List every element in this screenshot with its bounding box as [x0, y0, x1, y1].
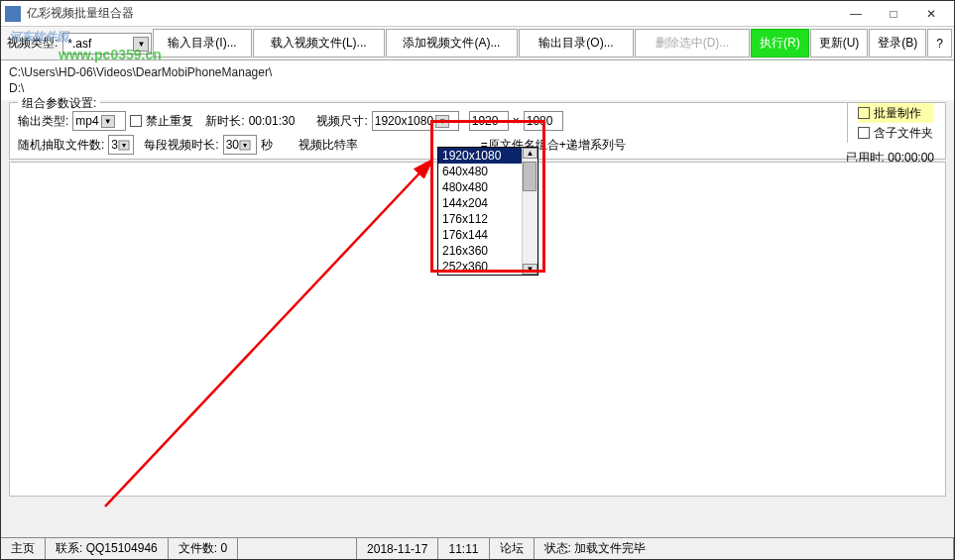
include-sub-label: 含子文件夹: [874, 125, 933, 142]
group-title: 组合参数设置:: [18, 95, 100, 112]
status-state: 状态: 加载文件完毕: [535, 538, 955, 559]
rand-count-input[interactable]: 3: [108, 135, 134, 155]
close-button[interactable]: ✕: [912, 1, 950, 27]
run-button[interactable]: 执行(R): [751, 29, 809, 57]
video-size-label: 视频尺寸:: [316, 113, 367, 130]
video-type-combo[interactable]: *.asf: [62, 33, 152, 55]
dropdown-scrollbar[interactable]: [522, 148, 537, 275]
load-files-button[interactable]: 载入视频文件(L)...: [253, 29, 385, 57]
delete-sel-button[interactable]: 删除选中(D)...: [635, 29, 750, 57]
update-button[interactable]: 更新(U): [810, 29, 869, 57]
status-time: 11:11: [438, 538, 489, 559]
path-2: D:\: [9, 80, 946, 96]
title-bar: 亿彩视频批量组合器 — □ ✕: [1, 1, 954, 27]
window-title: 亿彩视频批量组合器: [27, 5, 837, 22]
status-forum[interactable]: 论坛: [490, 538, 535, 559]
minimize-button[interactable]: —: [837, 1, 875, 27]
path-1: C:\Users\HD-06\Videos\DearMobiPhoneManag…: [9, 64, 946, 80]
status-contact: 联系: QQ15104946: [46, 538, 169, 559]
status-files: 文件数: 0: [169, 538, 238, 559]
bitrate-label: 视频比特率: [298, 137, 358, 154]
size-height-input[interactable]: 1080: [524, 111, 563, 131]
help-button[interactable]: ?: [927, 29, 952, 57]
import-dir-button[interactable]: 输入目录(I)...: [153, 29, 251, 57]
rand-count-label: 随机抽取文件数:: [18, 137, 104, 154]
include-sub-checkbox[interactable]: [858, 127, 870, 139]
no-repeat-label: 禁止重复: [146, 113, 193, 130]
app-icon: [5, 6, 21, 22]
video-size-select[interactable]: 1920x1080: [372, 111, 459, 131]
video-type-label: 视频类型:: [3, 29, 61, 57]
path-display: C:\Users\HD-06\Videos\DearMobiPhoneManag…: [1, 60, 954, 100]
right-options: 批量制作 含子文件夹: [847, 103, 933, 143]
seg-len-label: 每段视频时长:: [144, 137, 218, 154]
new-len-label: 新时长:: [205, 113, 244, 130]
status-bar: 主页 联系: QQ15104946 文件数: 0 2018-11-17 11:1…: [1, 537, 954, 559]
batch-make-label: 批量制作: [874, 105, 921, 122]
output-dir-button[interactable]: 输出目录(O)...: [519, 29, 634, 57]
seg-len-unit: 秒: [261, 137, 273, 154]
status-home[interactable]: 主页: [1, 538, 46, 559]
status-date: 2018-11-17: [357, 538, 438, 559]
seg-len-input[interactable]: 30: [223, 135, 257, 155]
no-repeat-checkbox[interactable]: [130, 115, 142, 127]
batch-make-checkbox[interactable]: [858, 107, 870, 119]
new-len-value: 00:01:30: [249, 114, 296, 128]
out-type-label: 输出类型:: [18, 113, 68, 130]
size-x: ×: [513, 114, 520, 128]
out-type-select[interactable]: mp4: [72, 111, 126, 131]
size-width-input[interactable]: 1920: [469, 111, 509, 131]
add-files-button[interactable]: 添加视频文件(A)...: [386, 29, 518, 57]
video-size-dropdown[interactable]: 1920x1080 640x480 480x480 144x204 176x11…: [437, 147, 538, 276]
toolbar: 视频类型: *.asf 输入目录(I)... 载入视频文件(L)... 添加视频…: [1, 27, 954, 60]
login-button[interactable]: 登录(B): [869, 29, 926, 57]
maximize-button[interactable]: □: [875, 1, 912, 27]
